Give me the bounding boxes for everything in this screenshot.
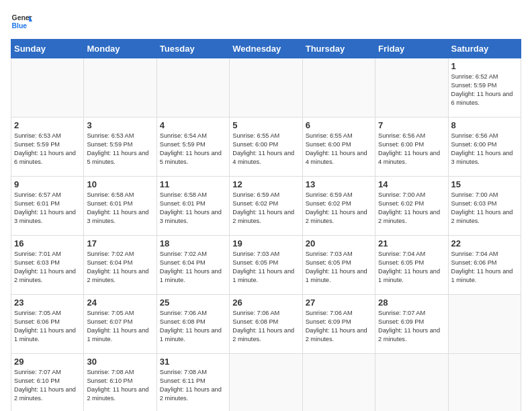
day-number: 11 [160, 179, 226, 189]
day-number: 8 [451, 120, 518, 130]
cal-cell-1-2: 4 Sunrise: 6:54 AMSunset: 5:59 PMDayligh… [157, 118, 229, 177]
cell-info: Sunrise: 7:00 AMSunset: 6:02 PMDaylight:… [378, 191, 445, 226]
cell-info: Sunrise: 7:08 AMSunset: 6:10 PMDaylight:… [87, 368, 153, 403]
day-header-thursday: Thursday [302, 40, 375, 58]
day-header-tuesday: Tuesday [157, 40, 229, 58]
calendar-body: 1 Sunrise: 6:52 AMSunset: 5:59 PMDayligh… [11, 58, 521, 412]
cell-info: Sunrise: 7:02 AMSunset: 6:04 PMDaylight:… [160, 250, 226, 285]
cell-info: Sunrise: 7:05 AMSunset: 6:07 PMDaylight:… [87, 309, 153, 344]
cal-cell-1-3: 5 Sunrise: 6:55 AMSunset: 6:00 PMDayligh… [230, 118, 302, 177]
day-number: 13 [306, 179, 372, 189]
day-header-saturday: Saturday [448, 40, 521, 58]
cal-cell-3-5: 21 Sunrise: 7:04 AMSunset: 6:05 PMDaylig… [375, 236, 448, 295]
cal-cell-3-4: 20 Sunrise: 7:03 AMSunset: 6:05 PMDaylig… [302, 236, 375, 295]
day-number: 27 [306, 298, 372, 308]
day-number: 1 [451, 61, 518, 71]
day-number: 17 [87, 238, 153, 248]
day-header-monday: Monday [84, 40, 157, 58]
header: General Blue [11, 11, 521, 32]
cal-cell-4-1: 24 Sunrise: 7:05 AMSunset: 6:07 PMDaylig… [84, 295, 157, 354]
cell-info: Sunrise: 6:55 AMSunset: 6:00 PMDaylight:… [232, 132, 299, 167]
cal-cell-1-1: 3 Sunrise: 6:53 AMSunset: 5:59 PMDayligh… [84, 118, 157, 177]
cell-info: Sunrise: 6:56 AMSunset: 6:00 PMDaylight:… [451, 132, 518, 167]
cal-cell-3-3: 19 Sunrise: 7:03 AMSunset: 6:05 PMDaylig… [230, 236, 302, 295]
day-number: 22 [451, 238, 518, 248]
cell-info: Sunrise: 6:54 AMSunset: 5:59 PMDaylight:… [160, 132, 226, 167]
cal-cell-4-6 [448, 295, 521, 354]
cal-cell-1-6: 8 Sunrise: 6:56 AMSunset: 6:00 PMDayligh… [448, 118, 521, 177]
calendar-week-1: 2 Sunrise: 6:53 AMSunset: 5:59 PMDayligh… [11, 118, 521, 177]
day-number: 12 [232, 179, 299, 189]
cal-cell-3-6: 22 Sunrise: 7:04 AMSunset: 6:06 PMDaylig… [448, 236, 521, 295]
cal-cell-4-2: 25 Sunrise: 7:06 AMSunset: 6:08 PMDaylig… [157, 295, 229, 354]
day-number: 25 [160, 298, 226, 308]
day-number: 21 [378, 238, 445, 248]
day-number: 6 [306, 120, 372, 130]
cell-info: Sunrise: 6:57 AMSunset: 6:01 PMDaylight:… [14, 191, 81, 226]
day-number: 16 [14, 238, 81, 248]
cell-info: Sunrise: 6:59 AMSunset: 6:02 PMDaylight:… [306, 191, 372, 226]
day-number: 3 [87, 120, 153, 130]
calendar-week-2: 9 Sunrise: 6:57 AMSunset: 6:01 PMDayligh… [11, 177, 521, 236]
calendar-table: SundayMondayTuesdayWednesdayThursdayFrid… [11, 39, 521, 411]
day-header-sunday: Sunday [11, 40, 84, 58]
cal-cell-1-0: 2 Sunrise: 6:53 AMSunset: 5:59 PMDayligh… [11, 118, 84, 177]
cell-info: Sunrise: 6:53 AMSunset: 5:59 PMDaylight:… [87, 132, 153, 167]
cell-info: Sunrise: 7:02 AMSunset: 6:04 PMDaylight:… [87, 250, 153, 285]
cal-cell-2-0: 9 Sunrise: 6:57 AMSunset: 6:01 PMDayligh… [11, 177, 84, 236]
cell-info: Sunrise: 7:05 AMSunset: 6:06 PMDaylight:… [14, 309, 81, 344]
cal-cell-2-5: 14 Sunrise: 7:00 AMSunset: 6:02 PMDaylig… [375, 177, 448, 236]
cell-info: Sunrise: 7:03 AMSunset: 6:05 PMDaylight:… [306, 250, 372, 285]
cell-info: Sunrise: 6:53 AMSunset: 5:59 PMDaylight:… [14, 132, 81, 167]
cell-info: Sunrise: 6:56 AMSunset: 6:00 PMDaylight:… [378, 132, 445, 167]
cal-cell-2-1: 10 Sunrise: 6:58 AMSunset: 6:01 PMDaylig… [84, 177, 157, 236]
day-number: 30 [87, 357, 153, 367]
day-number: 26 [232, 298, 299, 308]
cell-info: Sunrise: 6:52 AMSunset: 5:59 PMDaylight:… [451, 73, 518, 107]
cell-info: Sunrise: 7:06 AMSunset: 6:08 PMDaylight:… [232, 309, 299, 344]
cal-cell-5-1: 30 Sunrise: 7:08 AMSunset: 6:10 PMDaylig… [84, 354, 157, 412]
day-number: 2 [14, 120, 81, 130]
cell-info: Sunrise: 7:07 AMSunset: 6:09 PMDaylight:… [378, 309, 445, 344]
day-number: 24 [87, 298, 153, 308]
day-number: 29 [14, 357, 81, 367]
day-number: 5 [232, 120, 299, 130]
cell-info: Sunrise: 7:00 AMSunset: 6:03 PMDaylight:… [451, 191, 518, 226]
calendar-week-4: 23 Sunrise: 7:05 AMSunset: 6:06 PMDaylig… [11, 295, 521, 354]
day-number: 15 [451, 179, 518, 189]
calendar-header-row: SundayMondayTuesdayWednesdayThursdayFrid… [11, 40, 521, 58]
cell-info: Sunrise: 7:01 AMSunset: 6:03 PMDaylight:… [14, 250, 81, 285]
day-number: 4 [160, 120, 226, 130]
day-header-friday: Friday [375, 40, 448, 58]
calendar-week-5: 29 Sunrise: 7:07 AMSunset: 6:10 PMDaylig… [11, 354, 521, 412]
svg-text:Blue: Blue [12, 22, 28, 30]
cal-cell-2-2: 11 Sunrise: 6:58 AMSunset: 6:01 PMDaylig… [157, 177, 229, 236]
cal-cell-0-1 [84, 58, 157, 118]
cal-cell-4-3: 26 Sunrise: 7:06 AMSunset: 6:08 PMDaylig… [230, 295, 302, 354]
cal-cell-4-4: 27 Sunrise: 7:06 AMSunset: 6:09 PMDaylig… [302, 295, 375, 354]
cell-info: Sunrise: 7:08 AMSunset: 6:11 PMDaylight:… [160, 368, 226, 403]
cell-info: Sunrise: 6:58 AMSunset: 6:01 PMDaylight:… [87, 191, 153, 226]
cal-cell-5-0: 29 Sunrise: 7:07 AMSunset: 6:10 PMDaylig… [11, 354, 84, 412]
cell-info: Sunrise: 7:03 AMSunset: 6:05 PMDaylight:… [232, 250, 299, 285]
day-number: 7 [378, 120, 445, 130]
cal-cell-5-4 [302, 354, 375, 412]
cal-cell-5-6 [448, 354, 521, 412]
cal-cell-3-0: 16 Sunrise: 7:01 AMSunset: 6:03 PMDaylig… [11, 236, 84, 295]
day-number: 18 [160, 238, 226, 248]
calendar-week-0: 1 Sunrise: 6:52 AMSunset: 5:59 PMDayligh… [11, 58, 521, 118]
cal-cell-3-1: 17 Sunrise: 7:02 AMSunset: 6:04 PMDaylig… [84, 236, 157, 295]
cal-cell-0-3 [230, 58, 302, 118]
cal-cell-0-6: 1 Sunrise: 6:52 AMSunset: 5:59 PMDayligh… [448, 58, 521, 118]
cal-cell-5-3 [230, 354, 302, 412]
cell-info: Sunrise: 6:58 AMSunset: 6:01 PMDaylight:… [160, 191, 226, 226]
cal-cell-1-5: 7 Sunrise: 6:56 AMSunset: 6:00 PMDayligh… [375, 118, 448, 177]
day-number: 14 [378, 179, 445, 189]
cal-cell-0-5 [375, 58, 448, 118]
cal-cell-0-0 [11, 58, 84, 118]
cal-cell-1-4: 6 Sunrise: 6:55 AMSunset: 6:00 PMDayligh… [302, 118, 375, 177]
cal-cell-4-5: 28 Sunrise: 7:07 AMSunset: 6:09 PMDaylig… [375, 295, 448, 354]
calendar-week-3: 16 Sunrise: 7:01 AMSunset: 6:03 PMDaylig… [11, 236, 521, 295]
page: General Blue SundayMondayTuesdayWednesda… [0, 0, 532, 411]
cell-info: Sunrise: 6:55 AMSunset: 6:00 PMDaylight:… [306, 132, 372, 167]
